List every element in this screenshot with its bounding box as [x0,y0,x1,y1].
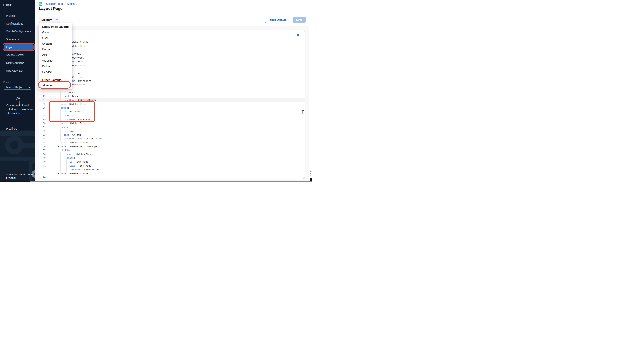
chevron-left-icon [3,3,4,6]
line-number: 25 [39,102,52,106]
code-text: to: overview [52,52,305,56]
sidebar-item-url-allow-list[interactable]: URL Allow List [0,67,35,74]
breadcrumb-link-app[interactable]: Developer Portal [44,2,63,5]
code-line[interactable]: 31props: [39,125,305,129]
code-text: to: create [52,129,305,133]
page-title: Layout Page [39,6,63,11]
sidebar-item-layout[interactable]: Layout [4,45,34,50]
code-text: to: docs [52,91,305,94]
code-line[interactable]: 28text: APIs [39,114,305,118]
editor-scrollbar-mark [302,110,304,111]
code-line[interactable]: 15- name: SidebarItem [39,64,305,68]
layout-select-value: Sidenav [41,18,52,21]
sidebar-item-plugins[interactable]: Plugins [0,12,35,20]
code-text: - name: SidebarScrollWrapper [52,145,305,148]
code-text: props: [52,156,305,160]
menu-item-system[interactable]: System [39,41,72,46]
menu-item-group[interactable]: Group [39,29,72,35]
code-line[interactable]: 25- name: SidebarItem [39,102,305,106]
workflow-icon [39,2,42,5]
code-line[interactable]: 23text: Docs [39,94,305,98]
code-text: text: Create [52,133,305,137]
code-text: iconName: LibraryBooks [52,98,305,102]
scribble-icon [309,171,312,176]
code-line[interactable]: 40to: tech-radar [39,160,305,164]
menu-item-api[interactable]: API [39,52,72,58]
code-line[interactable]: 13text: Overview [39,56,305,60]
menu-item-sidenav[interactable]: Sidenav [39,83,72,88]
code-line[interactable]: 34iconName: AddCircleOutline [39,137,305,141]
code-line[interactable]: 27to: api-docs [39,110,305,114]
code-line[interactable]: 21props: [39,87,305,91]
line-number: 22 [39,91,52,94]
layout-code-editor: 9- name: SidebarDivider10- name: Sidebar… [39,30,305,179]
code-line[interactable]: 32to: create [39,129,305,133]
code-text [52,175,305,179]
copy-icon[interactable] [296,33,300,37]
code-line[interactable]: 30- name: SidebarItem [39,121,305,125]
code-line[interactable]: 39props: [39,156,305,160]
code-line[interactable]: 24iconName: LibraryBooks [39,98,305,102]
line-number: 44 [39,175,52,179]
breadcrumb-separator: › [65,2,66,5]
chevron-right-icon [28,86,30,89]
line-number: 23 [39,94,52,98]
breadcrumb-link-admin[interactable]: Admin [67,2,75,5]
reset-default-button[interactable]: Reset Default [265,17,290,23]
code-line[interactable]: 22to: docs [39,91,305,94]
menu-item-website[interactable]: Website [39,58,72,64]
code-text: iconName: Dashboard [52,79,305,83]
code-line[interactable]: 9- name: SidebarDivider [39,41,305,44]
code-line[interactable]: 37children: [39,148,305,152]
sidebar-item-access-control[interactable]: Access Control [0,51,35,59]
code-line[interactable]: 42iconName: MyLocation [39,168,305,172]
layout-select[interactable]: Sidenav [39,17,60,23]
code-line[interactable]: 43- name: SidebarDivider [39,172,305,175]
code-line[interactable]: 38- name: SidebarItem [39,152,305,156]
code-line[interactable]: 19iconName: Dashboard [39,79,305,83]
code-line[interactable]: 11props: [39,48,305,52]
line-number: 35 [39,141,52,145]
save-button[interactable]: Save [293,17,306,23]
code-line[interactable]: 36- name: SidebarScrollWrapper [39,145,305,148]
project-select-label: Select a Project [5,86,23,89]
back-label: Back [6,3,12,6]
sidebar-item-configurations[interactable]: Configurations [0,20,35,27]
back-button[interactable]: Back [3,3,12,6]
code-text: to: catalog [52,71,305,75]
code-line[interactable]: 29iconName: Extension [39,118,305,121]
code-line[interactable]: 10- name: SidebarItem [39,44,305,48]
sidebar-item-oauth-configurations[interactable]: OAuth Configurations [0,27,35,35]
code-line[interactable]: 26props: [39,106,305,110]
page-header: Developer Portal › Admin › Layout Page [35,0,312,14]
sidebar-item-pipelines[interactable]: Pipelines [6,127,17,130]
code-text: to: tech-radar [52,160,305,164]
line-number: 24 [39,98,52,102]
code-line[interactable]: 14iconName: Home [39,60,305,64]
code-line[interactable]: 17to: catalog [39,71,305,75]
sidebar-item-scorecards[interactable]: Scorecards [0,35,35,43]
sidebar-item-git-integrations[interactable]: Git Integrations [0,59,35,67]
code-line[interactable]: 12to: overview [39,52,305,56]
code-line[interactable]: 20- name: SidebarItem [39,83,305,87]
editor-scrollbar-thumb[interactable] [302,111,303,114]
sidebar-nav: PluginsConfigurationsOAuth Configuration… [0,12,35,75]
code-line[interactable]: 33text: Create [39,133,305,137]
menu-item-default[interactable]: Default [39,64,72,69]
line-number: 37 [39,148,52,152]
code-line[interactable]: 35- name: SidebarDivider [39,141,305,145]
code-line[interactable]: 16props: [39,68,305,71]
menu-item-service[interactable]: Service [39,69,72,75]
project-select[interactable]: Select a Project [3,85,32,90]
line-number: 36 [39,145,52,148]
menu-item-user[interactable]: User [39,35,72,41]
code-line[interactable]: 44 [39,175,305,179]
menu-item-domain[interactable]: Domain [39,46,72,52]
line-number: 42 [39,168,52,172]
code-line[interactable]: 18text: Catalog [39,75,305,79]
project-hint: Pick a project and drill down to see you… [6,103,33,115]
code-line[interactable]: 41text: Tech Radar [39,164,305,168]
project-label: Project [3,81,11,83]
code-text: text: Catalog [52,75,305,79]
code-body[interactable]: 9- name: SidebarDivider10- name: Sidebar… [39,41,305,179]
